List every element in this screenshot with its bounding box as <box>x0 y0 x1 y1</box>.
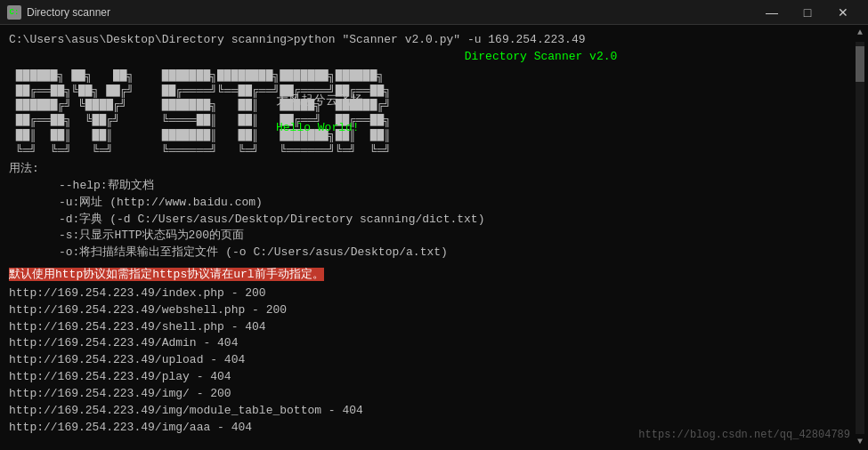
scroll-down-arrow[interactable]: ▼ <box>857 436 863 449</box>
cmd-line: C:\Users\asus\Desktop\Directory scanning… <box>9 32 859 49</box>
result-0: http://169.254.223.49/index.php - 200 <box>9 285 859 302</box>
minimize-button[interactable]: — <box>754 0 790 25</box>
option-2: -d:字典 (-d C:/Users/asus/Desktop/Director… <box>9 212 859 229</box>
result-6: http://169.254.223.49/img/ - 200 <box>9 386 859 403</box>
ascii-art: ██████╗ ██╗ ██╗ ███████╗████████╗███████… <box>9 69 223 159</box>
option-1: -u:网址 (http://www.baidu.com) <box>9 195 859 212</box>
ascii-art-container: ██████╗ ██╗ ██╗ ███████╗████████╗███████… <box>9 69 223 159</box>
scroll-thumb[interactable] <box>856 46 864 82</box>
option-4: -o:将扫描结果输出至指定文件 (-o C:/Users/asus/Deskto… <box>9 245 859 261</box>
warning-container: 默认使用http协议如需指定https协议请在url前手动指定。 <box>9 267 859 284</box>
result-4: http://169.254.223.49/upload - 404 <box>9 352 859 369</box>
console-area: C:\Users\asus\Desktop\Directory scanning… <box>0 25 868 450</box>
result-2: http://169.254.223.49/shell.php - 404 <box>9 319 859 336</box>
result-7: http://169.254.223.49/img/module_table_b… <box>9 403 859 420</box>
app-title: Directory Scanner v2.0 <box>9 49 859 66</box>
options-list: --help:帮助文档 -u:网址 (http://www.baidu.com)… <box>9 178 859 261</box>
maximize-button[interactable]: □ <box>790 0 825 25</box>
right-text: 大风起兮云飞扬 Hello World! <box>223 69 363 159</box>
chinese-slogan: 大风起兮云飞扬 <box>276 92 363 109</box>
result-3: http://169.254.223.49/Admin - 404 <box>9 335 859 352</box>
warning-text: 默认使用http协议如需指定https协议请在url前手动指定。 <box>9 268 324 281</box>
title-bar-left: C: Directory scanner <box>7 5 110 20</box>
title-bar: C: Directory scanner — □ ✕ <box>0 0 868 25</box>
result-5: http://169.254.223.49/play - 404 <box>9 369 859 386</box>
option-0: --help:帮助文档 <box>9 178 859 195</box>
window: C: Directory scanner — □ ✕ C:\Users\asus… <box>0 0 868 450</box>
option-3: -s:只显示HTTP状态码为200的页面 <box>9 228 859 245</box>
scroll-track[interactable] <box>856 42 864 434</box>
window-icon: C: <box>7 5 21 20</box>
scroll-up-arrow[interactable]: ▲ <box>857 27 863 40</box>
results-list: http://169.254.223.49/index.php - 200 ht… <box>9 285 859 437</box>
close-button[interactable]: ✕ <box>825 0 861 25</box>
watermark: https://blog.csdn.net/qq_42804789 <box>638 428 850 443</box>
result-1: http://169.254.223.49/webshell.php - 200 <box>9 302 859 319</box>
usage-label: 用法: <box>9 161 859 178</box>
window-title: Directory scanner <box>27 6 110 19</box>
title-bar-controls: — □ ✕ <box>754 0 861 25</box>
scrollbar[interactable]: ▲ ▼ <box>854 25 866 450</box>
hello-text: Hello World! <box>276 120 363 137</box>
ascii-art-section: ██████╗ ██╗ ██╗ ███████╗████████╗███████… <box>9 69 859 159</box>
usage-section: 用法: --help:帮助文档 -u:网址 (http://www.baidu.… <box>9 161 859 261</box>
